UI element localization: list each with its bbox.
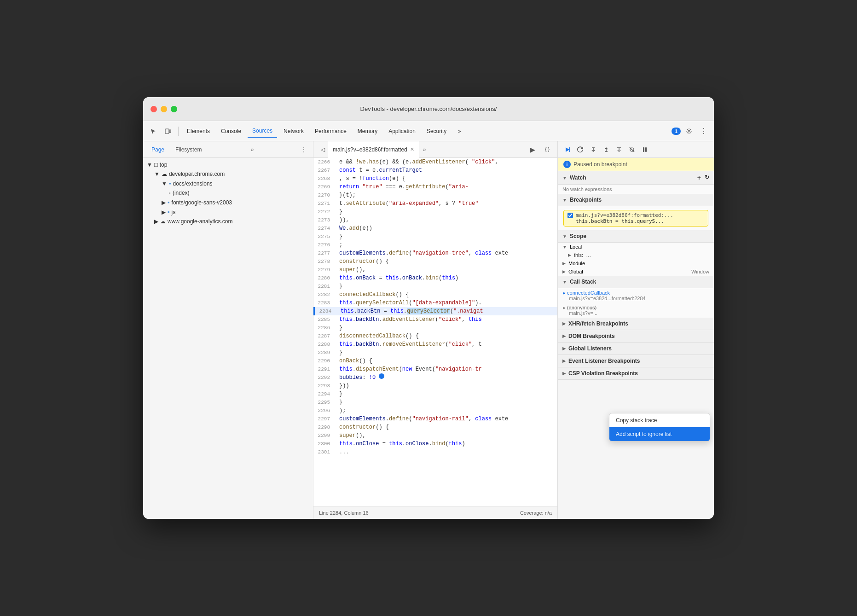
dom-section-header[interactable]: ▶ DOM Breakpoints: [558, 330, 714, 343]
code-line-2279: 2279 super(),: [313, 266, 557, 274]
scope-module-header[interactable]: ▶ Module: [558, 259, 714, 267]
breakpoint-checkbox[interactable]: [567, 213, 573, 218]
tab-close-button[interactable]: ✕: [410, 146, 414, 152]
sidebar-tab-page[interactable]: Page: [147, 145, 169, 155]
code-line-2294: 2294 }: [313, 390, 557, 398]
tab-console[interactable]: Console: [216, 125, 246, 138]
deactivate-breakpoints-button[interactable]: [626, 144, 638, 156]
code-line-2282: 2282 connectedCallback() {: [313, 291, 557, 299]
watch-section-header[interactable]: ▼ Watch + ↻: [558, 171, 714, 185]
resume-button[interactable]: [562, 144, 573, 156]
info-icon: i: [563, 161, 571, 168]
scope-arrow-icon: ▼: [562, 234, 567, 239]
add-watch-button[interactable]: +: [697, 174, 701, 181]
device-toolbar-button[interactable]: [162, 125, 174, 138]
tree-item-chrome[interactable]: ▼ ☁ developer.chrome.com: [143, 169, 313, 179]
global-listeners-section-header[interactable]: ▶ Global Listeners: [558, 343, 714, 355]
pause-on-exceptions-button[interactable]: [639, 144, 651, 156]
step-into-button[interactable]: [587, 144, 599, 156]
breakpoint-code-preview: this.backBtn = this.queryS...: [567, 218, 704, 224]
tab-elements[interactable]: Elements: [182, 125, 214, 138]
scope-local-header[interactable]: ▼ Local: [558, 243, 714, 251]
code-line-2287: 2287 disconnectedCallback() {: [313, 332, 557, 340]
tab-memory[interactable]: Memory: [353, 125, 382, 138]
event-listeners-section-header[interactable]: ▶ Event Listener Breakpoints: [558, 355, 714, 367]
settings-button[interactable]: [683, 125, 695, 138]
dom-arrow-icon: ▶: [562, 334, 566, 338]
watch-empty-message: No watch expressions: [558, 185, 714, 194]
refresh-watch-button[interactable]: ↻: [705, 174, 709, 181]
svg-rect-4: [569, 147, 570, 152]
jump-to-function-button[interactable]: ▶: [526, 143, 539, 156]
close-button[interactable]: [151, 106, 157, 112]
module-arrow-icon: ▶: [562, 261, 566, 266]
code-line-2280: 2280 this.onBack = this.onBack.bind(this…: [313, 274, 557, 282]
scope-global-header[interactable]: ▶ Global Window: [558, 267, 714, 276]
tab-application[interactable]: Application: [384, 125, 420, 138]
more-options-button[interactable]: ⋮: [697, 125, 710, 138]
event-listeners-label: Event Listener Breakpoints: [568, 358, 640, 364]
callstack-item-2[interactable]: ● (anonymous) main.js?v=...: [558, 303, 714, 318]
cursor-tool-button[interactable]: [147, 125, 160, 138]
code-editor[interactable]: 2266 e && !we.has(e) && (e.addEventListe…: [313, 158, 557, 506]
toggle-sidebar-button[interactable]: ◁: [317, 144, 328, 155]
code-line-2267: 2267 const t = e.currentTarget: [313, 166, 557, 174]
debug-panel-scroll[interactable]: i Paused on breakpoint ▼ Watch + ↻ No wa…: [558, 158, 714, 519]
maximize-button[interactable]: [171, 106, 177, 112]
step-button[interactable]: [613, 144, 625, 156]
code-line-2284: 2284 this.backBtn = this.querySelector("…: [313, 307, 557, 315]
tab-network[interactable]: Network: [279, 125, 308, 138]
sidebar-tab-filesystem[interactable]: Filesystem: [171, 145, 206, 155]
notification-badge[interactable]: 1: [672, 128, 681, 135]
step-over-button[interactable]: [574, 144, 586, 156]
code-line-2296: 2296 );: [313, 407, 557, 415]
tree-item-analytics[interactable]: ▶ ☁ www.google-analytics.com: [143, 217, 313, 226]
main-content: Page Filesystem » ⋮ ▼ □ top ▼ ☁ develope…: [143, 141, 714, 519]
scope-label: Scope: [570, 233, 586, 239]
more-editor-tabs-button[interactable]: »: [419, 146, 430, 153]
tree-item-js[interactable]: ▶ ▪ js: [143, 207, 313, 217]
code-line-2293: 2293 })): [313, 382, 557, 390]
local-label: Local: [570, 244, 582, 250]
csp-section-header[interactable]: ▶ CSP Violation Breakpoints: [558, 367, 714, 380]
tab-sources[interactable]: Sources: [248, 125, 277, 138]
tree-item-top[interactable]: ▼ □ top: [143, 160, 313, 169]
code-line-2269: 2269 return "true" === e.getAttribute("a…: [313, 183, 557, 191]
scope-section-header[interactable]: ▼ Scope: [558, 230, 714, 243]
window-title: DevTools - developer.chrome.com/docs/ext…: [360, 105, 497, 112]
tab-performance[interactable]: Performance: [310, 125, 351, 138]
context-menu-copy-stack-trace[interactable]: Copy stack trace: [609, 413, 710, 427]
tab-security[interactable]: Security: [422, 125, 451, 138]
folder-icon: ▪: [169, 180, 171, 187]
context-menu-add-to-ignore-list[interactable]: Add script to ignore list: [609, 427, 710, 441]
editor-tab-main[interactable]: main.js?v=e382d86f:formatted ✕: [328, 141, 419, 158]
callstack-section-header[interactable]: ▼ Call Stack: [558, 276, 714, 288]
code-line-2288: 2288 this.backBtn.removeEventListener("c…: [313, 340, 557, 349]
folder-icon: ▪: [168, 199, 170, 206]
sidebar-more-tabs[interactable]: »: [251, 146, 254, 153]
editor-area: ◁ main.js?v=e382d86f:formatted ✕ » ▶ { }…: [313, 141, 557, 519]
callstack-loc-2: main.js?v=...: [562, 310, 709, 316]
code-line-2270: 2270 }(t);: [313, 191, 557, 199]
global-label: Global: [568, 269, 583, 274]
xhr-section-header[interactable]: ▶ XHR/fetch Breakpoints: [558, 318, 714, 330]
tree-item-fonts[interactable]: ▶ ▪ fonts/google-sans-v2003: [143, 198, 313, 207]
breakpoint-item-1[interactable]: main.js?v=e382d86f:formatted:... this.ba…: [563, 210, 708, 227]
tree-item-docs[interactable]: ▼ ▪ docs/extensions: [143, 179, 313, 188]
cloud-icon: ☁: [162, 171, 167, 177]
more-tabs-button[interactable]: »: [453, 125, 466, 138]
minimize-button[interactable]: [161, 106, 167, 112]
pretty-print-button[interactable]: { }: [541, 143, 554, 156]
code-line-2298: 2298 constructor() {: [313, 423, 557, 431]
step-out-button[interactable]: [600, 144, 612, 156]
sidebar-menu-button[interactable]: ⋮: [298, 145, 309, 154]
code-line-2291: 2291 this.dispatchEvent(new Event("navig…: [313, 365, 557, 373]
scope-this-item[interactable]: ▶ this: …: [558, 251, 714, 259]
tree-item-index[interactable]: ▪ (index): [143, 188, 313, 198]
arrow-icon: ▶: [154, 218, 158, 225]
callstack-item-1[interactable]: ● connectedCallback main.js?v=e382d...fo…: [558, 288, 714, 303]
code-line-2301: 2301 ...: [313, 448, 557, 456]
csp-arrow-icon: ▶: [562, 371, 566, 376]
breakpoints-section-header[interactable]: ▼ Breakpoints: [558, 194, 714, 206]
coverage-status: Coverage: n/a: [520, 510, 552, 516]
